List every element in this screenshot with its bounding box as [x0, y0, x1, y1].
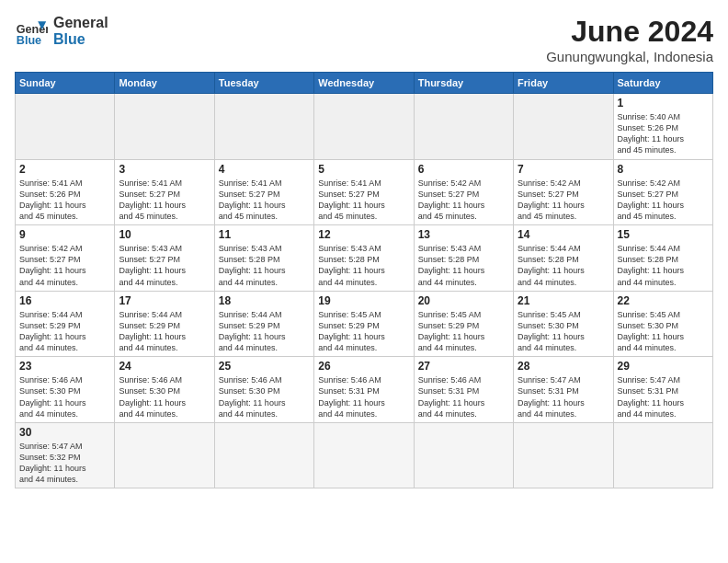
day-info: Sunrise: 5:44 AM Sunset: 5:28 PM Dayligh… — [518, 243, 609, 288]
day-info: Sunrise: 5:40 AM Sunset: 5:26 PM Dayligh… — [618, 111, 709, 156]
svg-text:Blue: Blue — [17, 34, 41, 47]
calendar-cell: 4Sunrise: 5:41 AM Sunset: 5:27 PM Daylig… — [214, 159, 313, 225]
calendar-cell: 13Sunrise: 5:43 AM Sunset: 5:28 PM Dayli… — [414, 225, 513, 292]
day-info: Sunrise: 5:47 AM Sunset: 5:32 PM Dayligh… — [19, 441, 110, 486]
calendar-cell — [314, 94, 414, 160]
day-number: 3 — [119, 163, 210, 176]
day-number: 12 — [318, 228, 409, 241]
calendar-cell: 22Sunrise: 5:45 AM Sunset: 5:30 PM Dayli… — [613, 291, 712, 357]
month-title: June 2024 — [546, 15, 713, 49]
day-number: 13 — [418, 228, 509, 241]
day-number: 11 — [219, 228, 310, 241]
day-number: 2 — [19, 163, 110, 176]
day-number: 7 — [518, 163, 609, 176]
day-number: 14 — [518, 228, 609, 241]
calendar-cell: 7Sunrise: 5:42 AM Sunset: 5:27 PM Daylig… — [514, 159, 613, 225]
calendar-cell — [613, 422, 712, 488]
day-number: 24 — [119, 360, 210, 373]
logo-icon: General Blue — [15, 15, 48, 48]
calendar-cell: 27Sunrise: 5:46 AM Sunset: 5:31 PM Dayli… — [414, 357, 513, 423]
calendar: SundayMondayTuesdayWednesdayThursdayFrid… — [15, 72, 713, 488]
day-number: 20 — [418, 294, 509, 307]
day-number: 6 — [418, 163, 509, 176]
calendar-cell — [514, 94, 613, 160]
calendar-cell: 10Sunrise: 5:43 AM Sunset: 5:27 PM Dayli… — [115, 225, 214, 292]
day-info: Sunrise: 5:46 AM Sunset: 5:30 PM Dayligh… — [19, 374, 110, 419]
header-thursday: Thursday — [414, 73, 513, 94]
calendar-cell: 30Sunrise: 5:47 AM Sunset: 5:32 PM Dayli… — [16, 422, 115, 488]
day-number: 27 — [418, 360, 509, 373]
day-info: Sunrise: 5:45 AM Sunset: 5:29 PM Dayligh… — [418, 309, 509, 354]
calendar-cell — [214, 422, 313, 488]
header: General Blue General Blue June 2024 Gunu… — [15, 15, 713, 64]
calendar-cell: 5Sunrise: 5:41 AM Sunset: 5:27 PM Daylig… — [314, 159, 414, 225]
day-info: Sunrise: 5:44 AM Sunset: 5:29 PM Dayligh… — [119, 309, 210, 354]
calendar-cell: 26Sunrise: 5:46 AM Sunset: 5:31 PM Dayli… — [314, 357, 414, 423]
day-info: Sunrise: 5:41 AM Sunset: 5:27 PM Dayligh… — [318, 178, 409, 223]
day-number: 4 — [219, 163, 310, 176]
calendar-cell: 20Sunrise: 5:45 AM Sunset: 5:29 PM Dayli… — [414, 291, 513, 357]
day-info: Sunrise: 5:41 AM Sunset: 5:27 PM Dayligh… — [219, 178, 310, 223]
calendar-cell: 24Sunrise: 5:46 AM Sunset: 5:30 PM Dayli… — [115, 357, 214, 423]
day-number: 9 — [19, 228, 110, 241]
day-info: Sunrise: 5:42 AM Sunset: 5:27 PM Dayligh… — [618, 178, 709, 223]
calendar-cell: 12Sunrise: 5:43 AM Sunset: 5:28 PM Dayli… — [314, 225, 414, 292]
day-number: 8 — [618, 163, 709, 176]
location-subtitle: Gunungwungkal, Indonesia — [546, 49, 713, 64]
calendar-cell: 21Sunrise: 5:45 AM Sunset: 5:30 PM Dayli… — [514, 291, 613, 357]
calendar-cell — [414, 422, 513, 488]
day-number: 16 — [19, 294, 110, 307]
header-sunday: Sunday — [16, 73, 115, 94]
calendar-cell — [414, 94, 513, 160]
day-info: Sunrise: 5:42 AM Sunset: 5:27 PM Dayligh… — [19, 243, 110, 288]
day-number: 5 — [318, 163, 409, 176]
header-wednesday: Wednesday — [314, 73, 414, 94]
day-number: 26 — [318, 360, 409, 373]
day-number: 25 — [219, 360, 310, 373]
day-number: 15 — [618, 228, 709, 241]
day-number: 18 — [219, 294, 310, 307]
calendar-week-row: 2Sunrise: 5:41 AM Sunset: 5:26 PM Daylig… — [16, 159, 713, 225]
day-info: Sunrise: 5:47 AM Sunset: 5:31 PM Dayligh… — [518, 374, 609, 419]
day-info: Sunrise: 5:45 AM Sunset: 5:30 PM Dayligh… — [618, 309, 709, 354]
calendar-cell — [314, 422, 414, 488]
logo: General Blue General Blue — [15, 15, 108, 48]
day-info: Sunrise: 5:46 AM Sunset: 5:30 PM Dayligh… — [219, 374, 310, 419]
day-info: Sunrise: 5:45 AM Sunset: 5:30 PM Dayligh… — [518, 309, 609, 354]
day-info: Sunrise: 5:44 AM Sunset: 5:29 PM Dayligh… — [19, 309, 110, 354]
day-number: 28 — [518, 360, 609, 373]
day-info: Sunrise: 5:42 AM Sunset: 5:27 PM Dayligh… — [518, 178, 609, 223]
calendar-cell: 3Sunrise: 5:41 AM Sunset: 5:27 PM Daylig… — [115, 159, 214, 225]
calendar-cell: 14Sunrise: 5:44 AM Sunset: 5:28 PM Dayli… — [514, 225, 613, 292]
calendar-cell: 6Sunrise: 5:42 AM Sunset: 5:27 PM Daylig… — [414, 159, 513, 225]
calendar-week-row: 9Sunrise: 5:42 AM Sunset: 5:27 PM Daylig… — [16, 225, 713, 292]
day-info: Sunrise: 5:43 AM Sunset: 5:28 PM Dayligh… — [418, 243, 509, 288]
day-info: Sunrise: 5:41 AM Sunset: 5:26 PM Dayligh… — [19, 178, 110, 223]
day-number: 23 — [19, 360, 110, 373]
calendar-week-row: 23Sunrise: 5:46 AM Sunset: 5:30 PM Dayli… — [16, 357, 713, 423]
title-area: June 2024 Gunungwungkal, Indonesia — [546, 15, 713, 64]
calendar-cell: 29Sunrise: 5:47 AM Sunset: 5:31 PM Dayli… — [613, 357, 712, 423]
header-monday: Monday — [115, 73, 214, 94]
calendar-cell: 19Sunrise: 5:45 AM Sunset: 5:29 PM Dayli… — [314, 291, 414, 357]
day-info: Sunrise: 5:44 AM Sunset: 5:29 PM Dayligh… — [219, 309, 310, 354]
day-info: Sunrise: 5:43 AM Sunset: 5:27 PM Dayligh… — [119, 243, 210, 288]
day-number: 21 — [518, 294, 609, 307]
day-info: Sunrise: 5:47 AM Sunset: 5:31 PM Dayligh… — [618, 374, 709, 419]
calendar-cell: 15Sunrise: 5:44 AM Sunset: 5:28 PM Dayli… — [613, 225, 712, 292]
calendar-cell — [514, 422, 613, 488]
logo-blue: Blue — [53, 31, 108, 48]
calendar-week-row: 30Sunrise: 5:47 AM Sunset: 5:32 PM Dayli… — [16, 422, 713, 488]
day-number: 19 — [318, 294, 409, 307]
calendar-cell: 2Sunrise: 5:41 AM Sunset: 5:26 PM Daylig… — [16, 159, 115, 225]
day-number: 30 — [19, 426, 110, 439]
day-info: Sunrise: 5:43 AM Sunset: 5:28 PM Dayligh… — [318, 243, 409, 288]
calendar-header-row: SundayMondayTuesdayWednesdayThursdayFrid… — [16, 73, 713, 94]
calendar-cell: 9Sunrise: 5:42 AM Sunset: 5:27 PM Daylig… — [16, 225, 115, 292]
day-info: Sunrise: 5:44 AM Sunset: 5:28 PM Dayligh… — [618, 243, 709, 288]
day-info: Sunrise: 5:46 AM Sunset: 5:31 PM Dayligh… — [318, 374, 409, 419]
calendar-cell: 25Sunrise: 5:46 AM Sunset: 5:30 PM Dayli… — [214, 357, 313, 423]
day-number: 22 — [618, 294, 709, 307]
day-info: Sunrise: 5:43 AM Sunset: 5:28 PM Dayligh… — [219, 243, 310, 288]
calendar-cell — [115, 94, 214, 160]
